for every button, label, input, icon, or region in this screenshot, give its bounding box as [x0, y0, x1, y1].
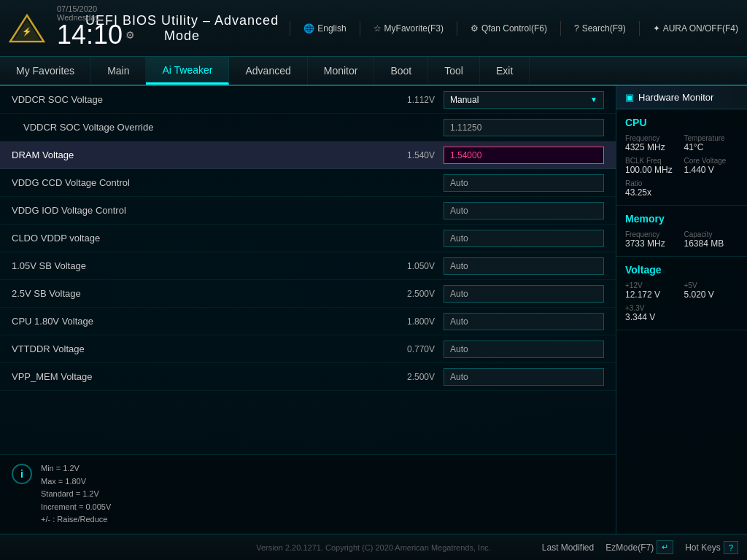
- setting-row-cpu-1v8[interactable]: CPU 1.80V Voltage 1.800V Auto: [0, 308, 616, 335]
- globe-icon: 🌐: [303, 23, 314, 34]
- input-vttddr[interactable]: Auto: [444, 341, 604, 358]
- setting-row-cldo-vddp[interactable]: CLDO VDDP voltage Auto: [0, 225, 616, 252]
- setting-control-1v05-sb[interactable]: Auto: [444, 257, 604, 275]
- input-vddcr-override[interactable]: 1.11250: [444, 119, 604, 136]
- footer-right: Last Modified EzMode(F7) ↵ Hot Keys ?: [542, 540, 738, 554]
- input-cpu-1v8[interactable]: Auto: [444, 313, 604, 330]
- my-favorite-button[interactable]: ☆ MyFavorite(F3): [374, 23, 444, 34]
- hot-keys-button[interactable]: Hot Keys ?: [685, 541, 738, 554]
- settings-list: VDDCR SOC Voltage 1.112V Manual ▼ VDDCR …: [0, 86, 616, 454]
- setting-row-vttddr[interactable]: VTTDDR Voltage 0.770V Auto: [0, 335, 616, 363]
- time-display: 14:10 ⚙: [57, 22, 135, 48]
- asus-logo-icon: ⚡: [9, 14, 45, 43]
- cpu-section-title: CPU: [625, 117, 738, 128]
- ez-mode-button[interactable]: EzMode(F7) ↵: [605, 540, 673, 554]
- navbar: My Favorites Main Ai Tweaker Advanced Mo…: [0, 57, 747, 86]
- setting-row-vddg-iod[interactable]: VDDG IOD Voltage Control Auto: [0, 197, 616, 225]
- monitor-icon: ▣: [625, 92, 634, 103]
- setting-control-vddg-iod[interactable]: Auto: [444, 202, 604, 219]
- setting-row-2v5-sb[interactable]: 2.5V SB Voltage 2.500V Auto: [0, 280, 616, 308]
- toolbar-sep-2: [360, 21, 360, 36]
- last-modified-button[interactable]: Last Modified: [542, 542, 594, 553]
- voltage-grid: +12V 12.172 V +5V 5.020 V +3.3V 3.344 V: [625, 281, 738, 322]
- setting-row-1v05-sb[interactable]: 1.05V SB Voltage 1.050V Auto: [0, 252, 616, 280]
- setting-control-vttddr[interactable]: Auto: [444, 341, 604, 358]
- toolbar: 🌐 English ☆ MyFavorite(F3) ⚙ Qfan Contro…: [290, 21, 738, 36]
- hardware-monitor-panel: ▣ Hardware Monitor CPU Frequency 4325 MH…: [616, 86, 747, 534]
- nav-my-favorites[interactable]: My Favorites: [0, 57, 91, 85]
- footer-version: Version 2.20.1271. Copyright (C) 2020 Am…: [256, 543, 491, 552]
- voltage-section-title: Voltage: [625, 264, 738, 276]
- aura-button[interactable]: ✦ AURA ON/OFF(F4): [653, 23, 738, 34]
- memory-section-title: Memory: [625, 213, 738, 225]
- toolbar-sep-4: [560, 21, 561, 36]
- setting-value-vpp-mem: 2.500V: [395, 372, 435, 382]
- v5-item: +5V 5.020 V: [684, 281, 739, 300]
- search-button[interactable]: ? Search(F9): [574, 23, 626, 34]
- nav-tool[interactable]: Tool: [428, 57, 480, 85]
- cpu-temperature-item: Temperature 41°C: [684, 134, 739, 152]
- nav-ai-tweaker[interactable]: Ai Tweaker: [146, 57, 229, 85]
- input-vddg-ccd[interactable]: Auto: [444, 174, 604, 192]
- setting-label-dram: DRAM Voltage: [12, 149, 395, 160]
- setting-value-2v5-sb: 2.500V: [395, 289, 435, 299]
- setting-label-vddg-iod: VDDG IOD Voltage Control: [12, 205, 395, 216]
- setting-value-1v05-sb: 1.050V: [395, 261, 435, 271]
- nav-main[interactable]: Main: [91, 57, 146, 85]
- cpu-core-voltage-item: Core Voltage 1.440 V: [684, 157, 739, 175]
- input-2v5-sb[interactable]: Auto: [444, 285, 604, 303]
- input-cldo-vddp[interactable]: Auto: [444, 230, 604, 247]
- setting-label-1v05-sb: 1.05V SB Voltage: [12, 260, 395, 271]
- setting-row-vddcr-soc[interactable]: VDDCR SOC Voltage 1.112V Manual ▼: [0, 86, 616, 114]
- memory-section: Memory Frequency 3733 MHz Capacity 16384…: [616, 206, 747, 257]
- setting-row-vddg-ccd[interactable]: VDDG CCD Voltage Control Auto: [0, 169, 616, 197]
- input-dram[interactable]: 1.54000: [444, 147, 604, 164]
- input-vddg-iod[interactable]: Auto: [444, 202, 604, 219]
- setting-label-vpp-mem: VPP_MEM Voltage: [12, 371, 395, 382]
- aura-icon: ✦: [653, 23, 660, 34]
- language-selector[interactable]: 🌐 English: [303, 23, 346, 34]
- input-vpp-mem[interactable]: Auto: [444, 368, 604, 386]
- ez-mode-arrow-icon: ↵: [657, 540, 673, 554]
- footer: Version 2.20.1271. Copyright (C) 2020 Am…: [0, 534, 747, 560]
- header: ⚡ 07/15/2020 Wednesday 14:10 ⚙ UEFI BIOS…: [0, 0, 747, 57]
- setting-row-vpp-mem[interactable]: VPP_MEM Voltage 2.500V Auto: [0, 363, 616, 391]
- setting-row-vddcr-override[interactable]: VDDCR SOC Voltage Override 1.11250: [0, 114, 616, 141]
- memory-frequency-item: Frequency 3733 MHz: [625, 230, 680, 249]
- hw-monitor-title: ▣ Hardware Monitor: [616, 86, 747, 109]
- info-text: Min = 1.2V Max = 1.80V Standard = 1.2V I…: [41, 462, 111, 526]
- setting-control-vddcr-override[interactable]: 1.11250: [444, 119, 604, 136]
- svg-text:⚡: ⚡: [22, 26, 32, 36]
- setting-label-cpu-1v8: CPU 1.80V Voltage: [12, 316, 395, 327]
- setting-row-dram[interactable]: DRAM Voltage 1.540V 1.54000: [0, 141, 616, 169]
- cpu-section: CPU Frequency 4325 MHz Temperature 41°C …: [616, 109, 747, 206]
- setting-control-cpu-1v8[interactable]: Auto: [444, 313, 604, 330]
- setting-control-cldo-vddp[interactable]: Auto: [444, 230, 604, 247]
- memory-capacity-item: Capacity 16384 MB: [684, 230, 739, 249]
- fan-icon: ⚙: [471, 23, 479, 34]
- toolbar-sep-5: [639, 21, 640, 36]
- nav-exit[interactable]: Exit: [480, 57, 530, 85]
- v33-item: +3.3V 3.344 V: [625, 304, 680, 322]
- setting-control-dram[interactable]: 1.54000: [444, 147, 604, 164]
- nav-boot[interactable]: Boot: [374, 57, 428, 85]
- setting-label-2v5-sb: 2.5V SB Voltage: [12, 288, 395, 299]
- setting-control-vddcr-soc[interactable]: Manual ▼: [444, 91, 604, 109]
- datetime-block: 07/15/2020 Wednesday 14:10 ⚙: [57, 4, 135, 48]
- memory-grid: Frequency 3733 MHz Capacity 16384 MB: [625, 230, 738, 249]
- cpu-grid: Frequency 4325 MHz Temperature 41°C BCLK…: [625, 134, 738, 198]
- setting-control-vpp-mem[interactable]: Auto: [444, 368, 604, 386]
- qfan-button[interactable]: ⚙ Qfan Control(F6): [471, 23, 547, 34]
- nav-advanced[interactable]: Advanced: [229, 57, 307, 85]
- input-1v05-sb[interactable]: Auto: [444, 257, 604, 275]
- setting-control-2v5-sb[interactable]: Auto: [444, 285, 604, 303]
- setting-control-vddg-ccd[interactable]: Auto: [444, 174, 604, 192]
- settings-gear-icon[interactable]: ⚙: [125, 30, 135, 40]
- setting-value-dram: 1.540V: [395, 150, 435, 160]
- toolbar-sep-3: [457, 21, 457, 36]
- search-icon: ?: [574, 23, 579, 34]
- nav-monitor[interactable]: Monitor: [308, 57, 375, 85]
- dropdown-vddcr-soc[interactable]: Manual ▼: [444, 91, 604, 109]
- setting-label-vddg-ccd: VDDG CCD Voltage Control: [12, 177, 395, 188]
- setting-label-vddcr-soc: VDDCR SOC Voltage: [12, 94, 395, 105]
